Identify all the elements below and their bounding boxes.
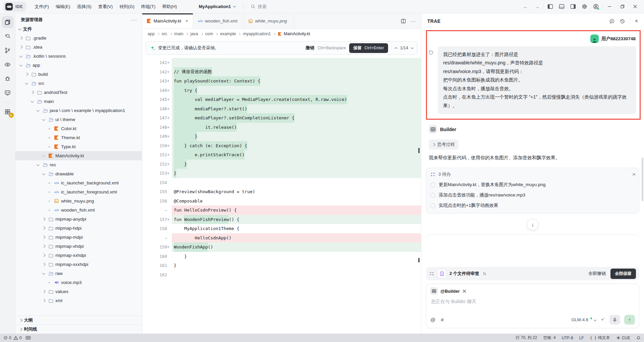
tree-item[interactable]: </> Type.kt <box>15 142 142 151</box>
breadcrumb-item[interactable]: example <box>220 32 240 36</box>
close-window-button[interactable] <box>629 2 641 12</box>
checklist-icon[interactable] <box>429 271 434 276</box>
diff-file-icon[interactable] <box>437 269 446 278</box>
tree-item[interactable]: </> androidTest <box>15 88 142 97</box>
tree-item[interactable]: </> mipmap-xxxhdpi <box>15 260 142 269</box>
breadcrumb-item[interactable]: com <box>205 32 218 36</box>
eol-sequence[interactable]: LF <box>579 336 584 340</box>
code-line[interactable]: 152+ } <box>142 160 421 169</box>
breadcrumb-item[interactable]: app <box>148 32 159 36</box>
code-line[interactable]: 162 <box>142 270 421 280</box>
code-line[interactable]: 157+fun WoodenFishPreview() { <box>142 215 421 224</box>
menu-item[interactable]: 转到(G) <box>116 2 138 11</box>
notifications-bell-icon[interactable] <box>636 336 641 340</box>
model-selector[interactable]: GLM-4.6 <box>571 317 596 322</box>
code-line[interactable]: 141+ <box>142 58 421 67</box>
extensions-icon[interactable]: ▲ <box>2 106 14 118</box>
code-line[interactable]: 150+ } catch (e: Exception) { <box>142 141 421 151</box>
tree-item[interactable]: </> ic_launcher_background.xml <box>15 178 142 187</box>
thinking-process-toggle[interactable]: 思考过程 <box>429 139 459 150</box>
breadcrumb-item[interactable]: java <box>191 32 203 36</box>
preview-eye-icon[interactable] <box>2 58 14 70</box>
tab-mainactivity[interactable]: MainActivity.kt × <box>142 13 193 28</box>
split-editor-icon[interactable] <box>400 18 406 24</box>
tree-item[interactable]: </> java \ com \ example \ myapplication… <box>15 106 142 115</box>
collapse-icon[interactable] <box>633 173 635 176</box>
explorer-section-files[interactable]: 文件 <box>15 25 142 34</box>
keep-button[interactable]: 保留 Ctrl+Enter <box>349 43 388 53</box>
tab-white-muyu[interactable]: white_muyu.png <box>244 13 294 28</box>
tree-item[interactable]: </> mipmap-xxhdpi <box>15 251 142 260</box>
code-line[interactable]: 144+ try { <box>142 86 421 95</box>
agent-mention[interactable]: @Builder <box>440 289 460 294</box>
code-line[interactable]: 145+ val mediaPlayer = MediaPlayer.creat… <box>142 95 421 104</box>
menu-item[interactable]: 选择(S) <box>74 2 94 11</box>
code-line[interactable]: 154 <box>142 178 421 187</box>
tree-item[interactable]: </> Color.kt <box>15 124 142 133</box>
tree-item[interactable]: </> MainActivity.kt <box>15 151 142 160</box>
code-line[interactable]: – HelloCsdnApp() <box>142 233 421 243</box>
restore-checkpoint-icon[interactable] <box>428 50 434 55</box>
code-line[interactable]: 161} <box>142 261 421 270</box>
code-line[interactable]: 159+ WoodenFishApp() <box>142 242 421 252</box>
code-line[interactable]: 153+} <box>142 169 421 178</box>
global-search[interactable]: 搜索 <box>248 2 269 11</box>
code-line[interactable]: 160 } <box>142 252 421 261</box>
code-line[interactable]: 143+fun playSound(context: Context) { <box>142 76 421 86</box>
swap-order-icon[interactable] <box>482 272 487 276</box>
code-line[interactable]: 146+ mediaPlayer?.start() <box>142 104 421 114</box>
breadcrumb-item[interactable]: src <box>162 32 172 36</box>
project-selector[interactable]: MyApplication1 <box>196 3 238 10</box>
tree-item[interactable]: </> src <box>15 79 142 88</box>
cue-indicator[interactable]: CUE <box>616 336 630 340</box>
remote-window-icon[interactable] <box>2 87 14 99</box>
tree-item[interactable]: </> .gradle <box>15 34 142 43</box>
debug-bug-icon[interactable] <box>2 72 14 84</box>
code-line[interactable]: 149+ } <box>142 132 421 141</box>
enhance-sparkle-icon[interactable] <box>600 317 605 323</box>
explorer-more-icon[interactable]: ··· <box>131 19 137 21</box>
keep-all-button[interactable]: 全部保留 <box>610 269 636 279</box>
menu-item[interactable]: 查看(V) <box>95 2 116 11</box>
app-logo[interactable]: IDE <box>3 2 26 12</box>
tree-item[interactable]: </> ic_launcher_foreground.xml <box>15 187 142 196</box>
code-line[interactable]: 148+ it.release() <box>142 123 421 132</box>
menu-item[interactable]: 文件(F) <box>32 2 52 11</box>
tree-item[interactable]: </> mipmap-anydpi <box>15 215 142 224</box>
prev-change-button[interactable] <box>394 47 397 50</box>
tree-item[interactable]: </> main <box>15 97 142 106</box>
breadcrumb-file[interactable]: MainActivity.kt <box>278 32 310 36</box>
chat-input-placeholder[interactable]: 您正在与 Builder 聊天 <box>431 299 634 305</box>
todo-item[interactable]: 添加点击音效功能，播放res/raw/voice.mp3 <box>430 192 635 198</box>
scroll-to-bottom-button[interactable]: ↓ <box>527 219 538 230</box>
search-panel-icon[interactable] <box>2 30 14 42</box>
menu-item[interactable]: 编辑(E) <box>53 2 73 11</box>
code-line[interactable]: 147+ mediaPlayer?.setOnCompletionListene… <box>142 113 421 123</box>
code-line[interactable]: 156@Composable <box>142 196 421 206</box>
send-button[interactable]: ↑ <box>624 315 635 325</box>
tree-item[interactable]: </> mipmap-xhdpi <box>15 242 142 251</box>
context-hash-button[interactable]: # <box>441 317 443 323</box>
code-line[interactable]: 158 MyApplication1Theme { <box>142 224 421 233</box>
menu-item[interactable]: 帮助(H) <box>159 2 180 11</box>
nav-forward-button[interactable]: → <box>532 2 542 11</box>
settings-gear-icon[interactable] <box>579 2 589 11</box>
panel-scrollbar[interactable] <box>642 158 643 201</box>
source-control-icon[interactable] <box>2 44 14 56</box>
tree-item[interactable]: </> mipmap-hdpi <box>15 224 142 233</box>
tree-item[interactable]: </> app <box>15 61 142 70</box>
toggle-left-panel-button[interactable] <box>545 2 555 11</box>
tree-item[interactable]: </> res <box>15 160 142 169</box>
outline-section[interactable]: 大纲 <box>15 316 142 325</box>
todo-checkbox[interactable] <box>430 203 435 208</box>
toggle-bottom-panel-button[interactable] <box>556 2 567 11</box>
tree-item[interactable]: </> .idea <box>15 43 142 52</box>
close-panel-icon[interactable]: × <box>635 18 638 24</box>
tree-item[interactable]: </> ui \ theme <box>15 115 142 124</box>
next-change-button[interactable] <box>411 46 414 49</box>
voice-input-button[interactable] <box>609 315 620 325</box>
todo-item[interactable]: 更新MainActivity.kt，替换木鱼图片为white_muyu.png <box>430 182 635 188</box>
tree-item[interactable]: </> mipmap-mdpi <box>15 233 142 242</box>
toggle-right-panel-button[interactable] <box>568 2 578 11</box>
ports-icon[interactable] <box>25 336 31 340</box>
